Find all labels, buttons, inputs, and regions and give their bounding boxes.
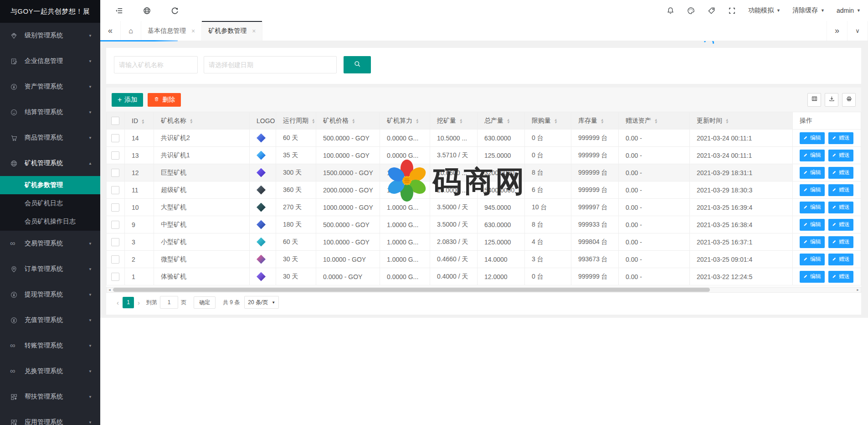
current-page-button[interactable]: 1	[123, 297, 134, 308]
scroll-left-icon[interactable]: ◂	[107, 287, 113, 292]
tabs-menu-icon[interactable]: ∨	[847, 21, 868, 41]
edit-button[interactable]: 编辑	[800, 132, 825, 144]
tab-active[interactable]: 矿机参数管理×	[202, 21, 262, 41]
search-button[interactable]	[344, 56, 371, 73]
column-header-4[interactable]: 运行周期▴▾	[276, 112, 316, 130]
page-size-select[interactable]: 20 条/页 ▼	[244, 296, 279, 309]
row-checkbox[interactable]	[111, 151, 119, 160]
gift-button[interactable]: 赠送	[828, 150, 853, 161]
gift-button[interactable]: 赠送	[828, 202, 853, 213]
home-tab-icon[interactable]: ⌂	[121, 21, 141, 41]
edit-button[interactable]: 编辑	[800, 254, 825, 265]
row-checkbox[interactable]	[111, 238, 119, 246]
sidebar-item[interactable]: 商品管理系统▼	[0, 125, 100, 150]
create-date-input[interactable]	[204, 56, 337, 73]
sort-icon[interactable]: ▴▾	[142, 119, 144, 124]
sort-icon[interactable]: ▴▾	[190, 118, 192, 124]
sidebar-item[interactable]: 应用管理系统▼	[0, 409, 100, 425]
column-header-5[interactable]: 矿机价格▴▾	[316, 112, 380, 130]
sort-icon[interactable]: ▴▾	[555, 118, 557, 124]
edit-button[interactable]: 编辑	[800, 184, 825, 196]
fullscreen-icon[interactable]	[728, 6, 736, 15]
sidebar-subitem[interactable]: 会员矿机日志	[0, 194, 100, 212]
sidebar-item[interactable]: 帮扶管理系统▼	[0, 384, 100, 409]
sidebar-subitem[interactable]: 矿机参数管理	[0, 176, 100, 194]
column-header-11[interactable]: 赠送资产▴▾	[619, 112, 690, 130]
sidebar-item[interactable]: 级别管理系统▼	[0, 23, 100, 48]
sidebar-item[interactable]: ∞兑换管理系统▼	[0, 358, 100, 384]
sidebar-item[interactable]: 订单管理系统▼	[0, 256, 100, 282]
gift-button[interactable]: 赠送	[828, 132, 853, 144]
prev-page-icon[interactable]: ‹	[113, 299, 123, 306]
edit-button[interactable]: 编辑	[800, 167, 825, 179]
row-checkbox[interactable]	[111, 186, 119, 194]
gift-button[interactable]: 赠送	[828, 271, 853, 283]
sidebar-item[interactable]: 矿机管理系统▲	[0, 150, 100, 176]
scrollbar-thumb[interactable]	[113, 288, 710, 292]
edit-button[interactable]: 编辑	[800, 236, 825, 248]
goto-page-input[interactable]	[160, 296, 178, 309]
sidebar-item[interactable]: ∞交易管理系统▼	[0, 231, 100, 256]
gift-button[interactable]: 赠送	[828, 236, 853, 248]
gift-button[interactable]: 赠送	[828, 184, 853, 196]
gift-button[interactable]: 赠送	[828, 219, 853, 231]
sidebar-item[interactable]: ∞转账管理系统▼	[0, 333, 100, 358]
row-checkbox[interactable]	[111, 134, 119, 142]
close-icon[interactable]: ×	[252, 27, 256, 35]
filter-columns-button[interactable]	[807, 93, 821, 107]
sidebar-item[interactable]: 充值管理系统▼	[0, 307, 100, 333]
sidebar-item[interactable]: 企业信息管理▼	[0, 48, 100, 74]
scroll-right-icon[interactable]: ▸	[855, 287, 861, 292]
tabs-collapse-icon[interactable]: «	[100, 21, 121, 41]
sort-icon[interactable]: ▴▾	[312, 118, 314, 124]
tag-icon[interactable]	[707, 6, 716, 15]
clear-cache-dropdown[interactable]: 清除缓存▼	[792, 6, 825, 15]
sidebar-collapse-icon[interactable]	[115, 6, 123, 15]
column-header-2[interactable]: 矿机名称▴▾	[154, 112, 250, 130]
sort-icon[interactable]: ▴▾	[655, 118, 657, 124]
edit-button[interactable]: 编辑	[800, 202, 825, 213]
close-icon[interactable]: ×	[191, 27, 195, 35]
column-header-8[interactable]: 总产量▴▾	[478, 112, 525, 130]
sidebar-item[interactable]: 提现管理系统▼	[0, 282, 100, 307]
print-button[interactable]	[842, 93, 856, 107]
horizontal-scrollbar[interactable]: ◂ ▸	[106, 287, 861, 293]
refresh-icon[interactable]	[170, 6, 179, 15]
edit-button[interactable]: 编辑	[800, 150, 825, 161]
bell-icon[interactable]	[666, 6, 675, 15]
sort-icon[interactable]: ▴▾	[416, 118, 418, 124]
sort-icon[interactable]: ▴▾	[352, 118, 354, 124]
sort-icon[interactable]: ▴▾	[460, 118, 462, 124]
column-header-1[interactable]: ID▴▾	[125, 112, 154, 130]
row-checkbox[interactable]	[111, 221, 119, 229]
column-header-7[interactable]: 挖矿量▴▾	[430, 112, 478, 130]
tab-item[interactable]: 基本信息管理×	[141, 21, 202, 41]
row-checkbox[interactable]	[111, 203, 119, 212]
add-button[interactable]: + 添加	[112, 93, 143, 107]
globe-icon[interactable]	[143, 6, 151, 15]
column-header-9[interactable]: 限购量▴▾	[525, 112, 571, 130]
theme-palette-icon[interactable]	[687, 6, 695, 15]
column-header-6[interactable]: 矿机算力▴▾	[380, 112, 430, 130]
goto-confirm-button[interactable]: 确定	[194, 296, 216, 309]
machine-name-input[interactable]	[114, 56, 198, 73]
sidebar-item[interactable]: 资产管理系统▼	[0, 74, 100, 99]
edit-button[interactable]: 编辑	[800, 219, 825, 231]
sort-icon[interactable]: ▴▾	[726, 118, 728, 124]
row-checkbox[interactable]	[111, 255, 119, 264]
sort-icon[interactable]: ▴▾	[507, 118, 509, 124]
row-checkbox[interactable]	[111, 273, 119, 281]
function-simulate-dropdown[interactable]: 功能模拟▼	[748, 6, 781, 15]
sort-icon[interactable]: ▴▾	[601, 118, 603, 124]
column-header-10[interactable]: 库存量▴▾	[571, 112, 619, 130]
admin-user-dropdown[interactable]: admin▼	[837, 7, 861, 14]
delete-button[interactable]: 删除	[148, 93, 181, 107]
edit-button[interactable]: 编辑	[800, 271, 825, 283]
next-page-icon[interactable]: ›	[134, 299, 144, 306]
row-checkbox[interactable]	[111, 169, 119, 177]
select-all-checkbox[interactable]	[111, 117, 119, 125]
export-button[interactable]	[825, 93, 838, 107]
sidebar-item[interactable]: 结算管理系统▼	[0, 99, 100, 125]
gift-button[interactable]: 赠送	[828, 254, 853, 265]
column-header-12[interactable]: 更新时间▴▾	[690, 112, 793, 130]
